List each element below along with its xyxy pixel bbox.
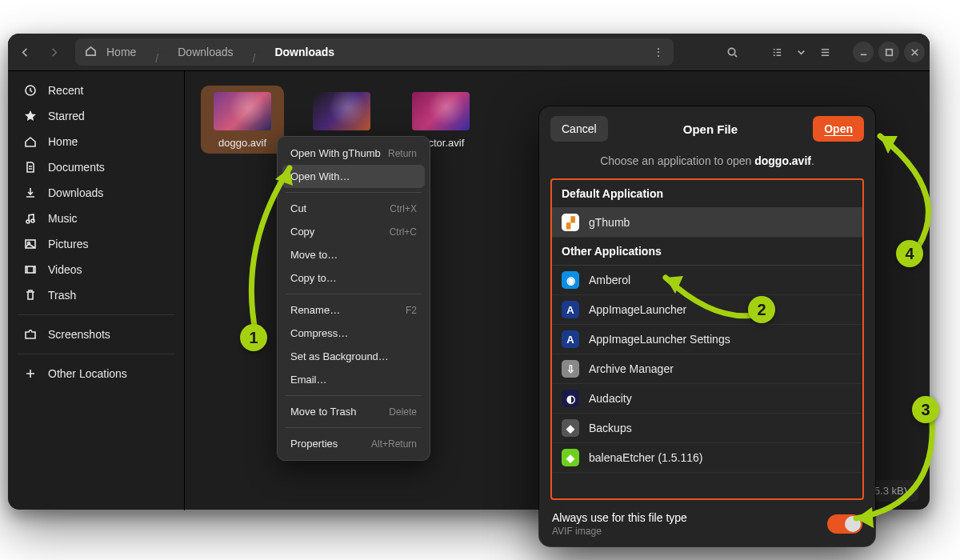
sidebar-item-pictures[interactable]: Pictures <box>8 231 184 257</box>
dialog-header: Cancel Open File Open <box>539 106 875 150</box>
window-minimize-button[interactable] <box>853 42 874 62</box>
callout-2: 2 <box>748 296 775 323</box>
app-row[interactable]: ◆balenaEtcher (1.5.116) <box>552 443 862 473</box>
sidebar-item-label: Trash <box>48 289 76 302</box>
application-list[interactable]: Default Application ▞ gThumb Other Appli… <box>550 178 864 500</box>
sidebar-item-label: Music <box>48 212 78 225</box>
window-close-button[interactable] <box>904 42 925 62</box>
dialog-title: Open File <box>608 122 814 136</box>
app-icon: A <box>562 301 579 318</box>
svg-point-3 <box>26 220 30 223</box>
nav-forward-button[interactable] <box>42 40 66 64</box>
path-menu-icon[interactable]: ⋮ <box>653 46 664 58</box>
headerbar: Home / Downloads / Downloads ⋮ <box>8 34 930 71</box>
sidebar-item-trash[interactable]: Trash <box>8 282 184 308</box>
home-icon <box>85 45 103 59</box>
app-gthumb[interactable]: ▞ gThumb <box>552 208 862 238</box>
app-row[interactable]: ◐Audacity <box>552 384 862 414</box>
svg-point-4 <box>31 219 34 222</box>
crumb-2[interactable]: Downloads <box>271 46 338 58</box>
breadcrumb[interactable]: Home / Downloads / Downloads ⋮ <box>75 38 674 66</box>
gthumb-icon: ▞ <box>562 214 579 231</box>
open-button[interactable]: Open <box>813 116 864 142</box>
sidebar-item-documents[interactable]: Documents <box>8 154 184 180</box>
window-maximize-button[interactable] <box>878 42 899 62</box>
dialog-footer: Always use for this file type AVIF image <box>539 500 875 546</box>
callout-3: 3 <box>912 396 939 423</box>
app-icon: ◆ <box>562 449 579 466</box>
sidebar-item-label: Other Locations <box>48 367 127 380</box>
callout-4: 4 <box>896 240 923 267</box>
app-row[interactable]: ⇩Archive Manager <box>552 354 862 384</box>
cancel-button[interactable]: Cancel <box>550 116 608 142</box>
ctx-move-to-trash[interactable]: Move to TrashDelete <box>282 400 425 423</box>
app-label: balenaEtcher (1.5.116) <box>589 451 702 464</box>
ctx-email[interactable]: Email… <box>282 368 425 391</box>
thumbnail <box>412 92 470 130</box>
ctx-set-background[interactable]: Set as Background… <box>282 345 425 368</box>
default-app-header: Default Application <box>552 180 862 208</box>
callout-1: 1 <box>240 324 267 351</box>
dialog-message: Choose an application to open doggo.avif… <box>539 150 875 178</box>
sidebar-item-label: Screenshots <box>48 328 110 341</box>
sidebar-item-label: Pictures <box>48 238 89 250</box>
app-row[interactable]: ◆Backups <box>552 414 862 443</box>
nav-back-button[interactable] <box>13 40 37 64</box>
svg-marker-10 <box>856 507 874 528</box>
thumbnail <box>313 92 370 130</box>
sidebar-item-label: Videos <box>48 263 82 276</box>
view-list-button[interactable] <box>765 40 789 64</box>
app-label: Audacity <box>589 392 632 405</box>
sidebar-item-videos[interactable]: Videos <box>8 257 184 282</box>
sidebar-item-other-locations[interactable]: Other Locations <box>8 361 184 386</box>
app-label: Amberol <box>589 274 630 286</box>
crumb-1[interactable]: Downloads <box>174 46 236 58</box>
always-use-label: Always use for this file type <box>552 511 827 524</box>
app-icon: ⇩ <box>562 360 579 378</box>
sidebar-item-label: Home <box>48 135 78 148</box>
sidebar-item-starred[interactable]: Starred <box>8 103 184 129</box>
thumbnail <box>214 92 271 130</box>
hamburger-menu-button[interactable] <box>813 40 837 64</box>
app-icon: ◆ <box>562 419 579 437</box>
ctx-properties[interactable]: PropertiesAlt+Return <box>282 432 425 455</box>
crumb-home[interactable]: Home <box>103 46 139 58</box>
sidebar-item-music[interactable]: Music <box>8 206 184 231</box>
sidebar-item-label: Starred <box>48 110 85 122</box>
file-label: doggo.avif <box>204 137 281 149</box>
file-item[interactable]: doggo.avif <box>201 86 284 154</box>
sidebar-item-label: Documents <box>48 161 105 174</box>
svg-point-0 <box>728 48 734 54</box>
sidebar-item-home[interactable]: Home <box>8 129 184 154</box>
sidebar-item-screenshots[interactable]: Screenshots <box>8 322 184 347</box>
sidebar-item-downloads[interactable]: Downloads <box>8 180 184 206</box>
view-dropdown-button[interactable] <box>794 40 808 64</box>
app-icon: ◐ <box>562 390 579 407</box>
app-label: Backups <box>589 422 632 434</box>
sidebar-item-label: Recent <box>48 84 83 97</box>
sidebar-item-recent[interactable]: Recent <box>8 78 184 103</box>
app-label: AppImageLauncher Settings <box>589 333 730 346</box>
svg-rect-1 <box>886 49 892 55</box>
sidebar: Recent Starred Home Documents Downloads … <box>8 71 185 510</box>
app-label: Archive Manager <box>589 362 674 375</box>
filetype-label: AVIF image <box>552 526 827 537</box>
app-icon: A <box>562 330 579 348</box>
search-button[interactable] <box>720 40 744 64</box>
app-icon: ◉ <box>562 271 579 289</box>
sidebar-item-label: Downloads <box>48 186 103 199</box>
